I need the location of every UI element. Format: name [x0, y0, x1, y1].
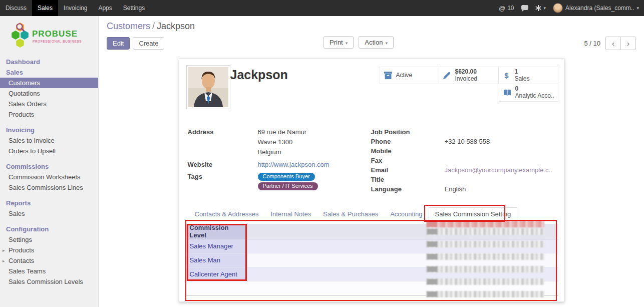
menu-sales[interactable]: Sales	[32, 0, 58, 16]
address-line: 69 rue de Namur	[258, 127, 307, 137]
tab-accounting[interactable]: Accounting	[384, 208, 428, 221]
stat-buttons: Active $620.00Invoiced $ 1Sales 0Analyti…	[380, 67, 558, 102]
sidebar-item-products[interactable]: Products	[0, 109, 98, 120]
active-stat-button[interactable]: Active	[380, 67, 439, 84]
expand-arrow-icon: ▸	[3, 247, 5, 254]
pager-previous-button[interactable]: ‹	[605, 37, 621, 50]
menu-discuss[interactable]: Discuss	[0, 0, 32, 16]
redacted-region	[426, 228, 544, 235]
sidebar-item-label: Products	[9, 246, 34, 254]
pager-value: 5 / 10	[584, 40, 600, 47]
user-avatar	[553, 3, 563, 13]
pager: 5 / 10 ‹ ›	[584, 37, 636, 50]
customer-photo	[186, 65, 230, 109]
person-avatar-image	[188, 67, 228, 107]
mention-counter[interactable]: @ 10	[499, 5, 514, 12]
commission-level-cell[interactable]: Callcenter Agent	[186, 267, 246, 281]
sidebar-item-config-products[interactable]: ▸Products	[0, 245, 98, 255]
fields-left-column: Address 69 rue de Namur Wavre 1300 Belgi…	[188, 127, 371, 194]
book-icon	[503, 89, 512, 96]
chevron-down-icon: ▾	[385, 41, 388, 46]
stat-label: Active	[396, 72, 413, 79]
redacted-region	[426, 241, 544, 247]
menu-apps[interactable]: Apps	[93, 0, 117, 16]
mention-count: 10	[507, 5, 514, 12]
language-label: Language	[371, 184, 445, 194]
user-menu[interactable]: Alexandra (Sales_comm.. ▾	[553, 3, 639, 13]
print-label: Print	[330, 39, 343, 46]
sidebar-heading-invoicing[interactable]: Invoicing	[0, 125, 98, 135]
logo-title: PROBUSE	[32, 29, 78, 39]
menu-invoicing[interactable]: Invoicing	[58, 0, 93, 16]
record-title: Jackpson	[230, 68, 288, 82]
record-fields: Address 69 rue de Namur Wavre 1300 Belgi…	[188, 127, 557, 194]
redacted-region	[426, 278, 544, 285]
asterisk-icon	[535, 5, 541, 11]
stat-label: Sales	[515, 76, 530, 83]
edit-button[interactable]: Edit	[107, 37, 130, 50]
sidebar-item-config-contacts[interactable]: ▸Contacts	[0, 255, 98, 266]
tab-internal-notes[interactable]: Internal Notes	[264, 208, 317, 221]
breadcrumb-current: Jackpson	[157, 21, 195, 31]
sidebar-item-label: Contacts	[9, 257, 34, 264]
website-link[interactable]: http://www.jackpson.com	[258, 160, 330, 169]
commission-level-cell[interactable]: Sales Man	[186, 253, 246, 267]
tab-contacts-addresses[interactable]: Contacts & Addresses	[189, 208, 265, 221]
tag-components-buyer: Components Buyer	[258, 173, 315, 181]
breadcrumb-customers[interactable]: Customers	[107, 21, 150, 31]
notebook: Contacts & Addresses Internal Notes Sale…	[186, 207, 558, 221]
tab-sales-purchases[interactable]: Sales & Purchases	[317, 208, 384, 221]
sidebar-item-reports-sales[interactable]: Sales	[0, 208, 98, 219]
sidebar-heading-sales[interactable]: Sales	[0, 67, 98, 78]
sidebar-item-sales-commission-levels[interactable]: Sales Commission Levels	[0, 276, 98, 287]
sales-stat-button[interactable]: $ 1Sales	[498, 67, 558, 84]
sidebar-heading-configuration[interactable]: Configuration	[0, 224, 98, 234]
address-line: Wavre 1300	[258, 137, 307, 147]
action-label: Action	[365, 39, 383, 46]
commission-level-cell[interactable]: Sales Manager	[186, 239, 246, 253]
sidebar-heading-reports[interactable]: Reports	[0, 198, 98, 208]
sidebar-item-sales-teams[interactable]: Sales Teams	[0, 266, 98, 276]
probuse-logo[interactable]: PROBUSE PROFESSIONAL BUSINESS	[0, 16, 98, 54]
menu-settings[interactable]: Settings	[118, 0, 150, 16]
pager-next-button[interactable]: ›	[620, 37, 636, 50]
logo-subtitle: PROFESSIONAL BUSINESS	[33, 40, 82, 43]
user-name: Alexandra (Sales_comm..	[565, 5, 634, 12]
invoiced-stat-button[interactable]: $620.00Invoiced	[439, 67, 499, 84]
language-value: English	[445, 184, 466, 194]
sidebar-item-sales-commissions-lines[interactable]: Sales Commissions Lines	[0, 182, 98, 193]
tab-sales-commission-setting[interactable]: Sales Commission Setting	[429, 207, 518, 221]
sidebar-item-quotations[interactable]: Quotations	[0, 88, 98, 99]
website-label: Website	[188, 160, 258, 169]
stat-label: Analytic Acco...	[515, 93, 554, 100]
stat-value: 1	[515, 69, 530, 76]
activity-menu[interactable]: ▾	[535, 5, 546, 11]
sidebar-heading-commissions[interactable]: Commissions	[0, 161, 98, 172]
chevron-down-icon: ▾	[544, 6, 546, 11]
pencil-icon	[443, 72, 452, 79]
email-label: Email	[371, 165, 445, 175]
create-button[interactable]: Create	[133, 37, 164, 50]
sidebar-item-customers[interactable]: Customers	[0, 78, 98, 88]
action-dropdown[interactable]: Action▾	[359, 36, 394, 49]
print-dropdown[interactable]: Print▾	[324, 36, 354, 49]
sidebar-item-sales-to-invoice[interactable]: Sales to Invoice	[0, 135, 98, 146]
commission-level-header[interactable]: Commission Level	[186, 224, 246, 239]
sidebar-item-orders-to-upsell[interactable]: Orders to Upsell	[0, 146, 98, 156]
chevron-down-icon: ▾	[346, 41, 348, 46]
redacted-region	[426, 220, 544, 227]
messages-icon[interactable]	[521, 5, 528, 12]
analytic-stat-button[interactable]: 0Analytic Acco...	[499, 84, 558, 102]
sidebar-heading-dashboard[interactable]: Dashboard	[0, 57, 98, 67]
breadcrumb: Customers/Jackpson	[107, 21, 636, 32]
job-position-label: Job Position	[371, 127, 445, 137]
sidebar-item-settings[interactable]: Settings	[0, 234, 98, 245]
mobile-label: Mobile	[371, 146, 445, 156]
chevron-down-icon: ▾	[636, 6, 639, 11]
tags-value: Components Buyer Partner / IT Services	[258, 172, 318, 190]
sidebar-item-sales-orders[interactable]: Sales Orders	[0, 99, 98, 109]
email-link[interactable]: Jackpson@yourcompany.example.c..	[445, 165, 552, 175]
tags-label: Tags	[188, 172, 258, 190]
sidebar-item-commission-worksheets[interactable]: Commission Worksheets	[0, 172, 98, 182]
stat-label: Invoiced	[455, 76, 478, 83]
